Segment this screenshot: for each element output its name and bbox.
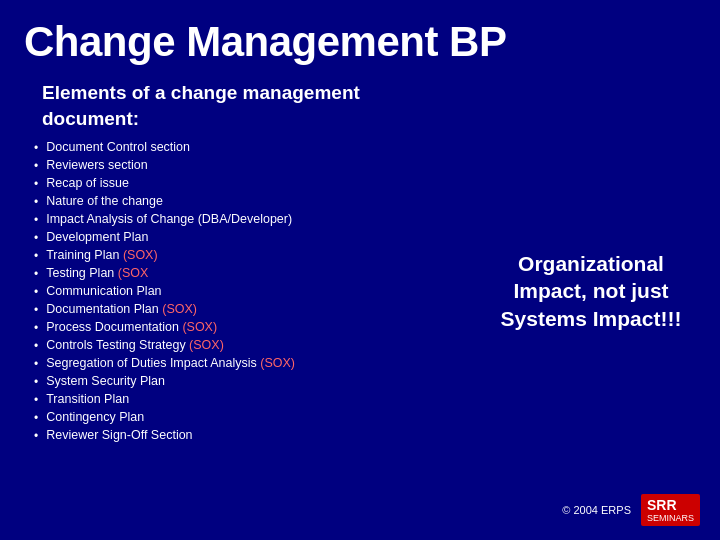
- item-text: System Security Plan: [46, 374, 165, 388]
- logo-box: SRR SEMINARS: [641, 494, 700, 526]
- list-item: •Recap of issue: [34, 174, 486, 192]
- page-container: Change Management BP Elements of a chang…: [0, 0, 720, 540]
- list-item: •Controls Testing Strategy (SOX): [34, 336, 486, 354]
- list-item: •Reviewer Sign-Off Section: [34, 426, 486, 444]
- list-item: •Segregation of Duties Impact Analysis (…: [34, 354, 486, 372]
- item-text: Document Control section: [46, 140, 190, 154]
- org-impact-line2: Impact, not just: [501, 277, 682, 304]
- bullet-icon: •: [34, 267, 38, 281]
- item-text: Transition Plan: [46, 392, 129, 406]
- bullet-icon: •: [34, 429, 38, 443]
- list-item: •System Security Plan: [34, 372, 486, 390]
- org-impact-box: Organizational Impact, not just Systems …: [501, 250, 682, 332]
- list-item: •Development Plan: [34, 228, 486, 246]
- item-text: Communication Plan: [46, 284, 161, 298]
- page-title: Change Management BP: [24, 18, 696, 66]
- bullet-icon: •: [34, 321, 38, 335]
- bullet-icon: •: [34, 411, 38, 425]
- bullet-icon: •: [34, 159, 38, 173]
- list-item: •Communication Plan: [34, 282, 486, 300]
- list-item: •Impact Analysis of Change (DBA/Develope…: [34, 210, 486, 228]
- item-text: Development Plan: [46, 230, 148, 244]
- item-text: Controls Testing Strategy (SOX): [46, 338, 224, 352]
- item-text: Nature of the change: [46, 194, 163, 208]
- bullet-icon: •: [34, 213, 38, 227]
- list-item: •Transition Plan: [34, 390, 486, 408]
- item-text: Documentation Plan (SOX): [46, 302, 197, 316]
- logo-main: SRR: [647, 497, 694, 513]
- sox-label: (SOX): [182, 320, 217, 334]
- bullet-icon: •: [34, 249, 38, 263]
- bullet-icon: •: [34, 195, 38, 209]
- item-text: Impact Analysis of Change (DBA/Developer…: [46, 212, 292, 226]
- item-text: Testing Plan (SOX: [46, 266, 148, 280]
- list-item: •Training Plan (SOX): [34, 246, 486, 264]
- sox-label: (SOX): [123, 248, 158, 262]
- list-item: •Testing Plan (SOX: [34, 264, 486, 282]
- copyright-text: © 2004 ERPS: [562, 504, 631, 516]
- list-item: •Contingency Plan: [34, 408, 486, 426]
- item-text: Process Documentation (SOX): [46, 320, 217, 334]
- list-item: •Reviewers section: [34, 156, 486, 174]
- footer-area: © 2004 ERPS SRR SEMINARS: [562, 494, 700, 526]
- bullet-icon: •: [34, 339, 38, 353]
- subtitle-line1: Elements of a change management: [42, 82, 696, 104]
- subtitle-box: Elements of a change management document…: [42, 82, 696, 130]
- sox-label: (SOX): [189, 338, 224, 352]
- item-text: Recap of issue: [46, 176, 129, 190]
- bullet-icon: •: [34, 357, 38, 371]
- item-text: Reviewers section: [46, 158, 147, 172]
- bullet-icon: •: [34, 303, 38, 317]
- logo-sub: SEMINARS: [647, 513, 694, 523]
- bullet-list: •Document Control section•Reviewers sect…: [34, 138, 486, 444]
- org-impact-line1: Organizational: [501, 250, 682, 277]
- bullet-icon: •: [34, 285, 38, 299]
- sox-label: (SOX): [260, 356, 295, 370]
- bullet-icon: •: [34, 393, 38, 407]
- list-item: •Documentation Plan (SOX): [34, 300, 486, 318]
- content-area: •Document Control section•Reviewers sect…: [34, 138, 696, 444]
- bullet-icon: •: [34, 231, 38, 245]
- item-text: Contingency Plan: [46, 410, 144, 424]
- sox-label: (SOX: [118, 266, 149, 280]
- item-text: Segregation of Duties Impact Analysis (S…: [46, 356, 295, 370]
- org-impact-line3: Systems Impact!!!: [501, 305, 682, 332]
- item-text: Reviewer Sign-Off Section: [46, 428, 192, 442]
- right-panel: Organizational Impact, not just Systems …: [486, 138, 696, 444]
- bullet-icon: •: [34, 141, 38, 155]
- list-item: •Document Control section: [34, 138, 486, 156]
- subtitle-line2: document:: [42, 108, 696, 130]
- sox-label: (SOX): [162, 302, 197, 316]
- list-item: •Process Documentation (SOX): [34, 318, 486, 336]
- list-item: •Nature of the change: [34, 192, 486, 210]
- bullet-icon: •: [34, 177, 38, 191]
- bullet-icon: •: [34, 375, 38, 389]
- item-text: Training Plan (SOX): [46, 248, 157, 262]
